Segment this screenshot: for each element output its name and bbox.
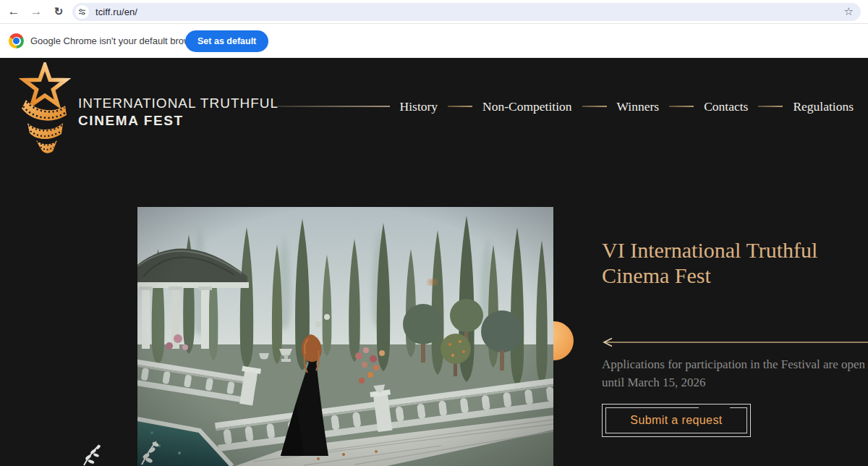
nav-item-regulations[interactable]: Regulations bbox=[793, 99, 854, 114]
festival-logo[interactable] bbox=[12, 62, 77, 153]
nav-item-non-competition[interactable]: Non-Competition bbox=[482, 99, 571, 114]
chrome-logo-center bbox=[13, 38, 20, 44]
submit-request-label: Submit a request bbox=[603, 404, 750, 436]
nav-divider-line bbox=[582, 106, 607, 107]
hero-title-line1: VI International Truthful bbox=[602, 237, 817, 263]
application-note-line2: until March 15, 2026 bbox=[602, 373, 865, 391]
nav-divider-line bbox=[758, 106, 783, 107]
nav-item-contacts[interactable]: Contacts bbox=[704, 99, 748, 114]
wordmark-line2: CINEMA FEST bbox=[78, 113, 278, 129]
browser-toolbar: ← → ↻ tciff.ru/en/ ☆ bbox=[0, 0, 868, 24]
hero-title-line2: Cinema Fest bbox=[602, 263, 817, 288]
nav-divider-line bbox=[277, 106, 390, 107]
hero-title: VI International Truthful Cinema Fest bbox=[602, 237, 817, 288]
nav-divider-line bbox=[669, 106, 694, 107]
star-icon bbox=[25, 65, 66, 104]
main-nav: History Non-Competition Winners Contacts… bbox=[277, 99, 854, 114]
wordmark-line1: INTERNATIONAL TRUTHFUL bbox=[78, 96, 278, 111]
nav-item-history[interactable]: History bbox=[400, 99, 438, 114]
hero-image bbox=[137, 207, 553, 466]
set-as-default-button[interactable]: Set as default bbox=[185, 30, 268, 52]
application-note-line1: Applications for participation in the Fe… bbox=[602, 355, 865, 373]
url-text[interactable]: tciff.ru/en/ bbox=[95, 7, 137, 17]
reload-icon[interactable]: ↻ bbox=[49, 2, 68, 21]
forward-icon[interactable]: → bbox=[27, 2, 46, 21]
banner-message: Google Chrome isn't your default browser bbox=[30, 35, 203, 46]
site-info-icon[interactable] bbox=[75, 5, 89, 19]
twig-decoration bbox=[80, 443, 103, 466]
page-content: INTERNATIONAL TRUTHFUL CINEMA FEST Histo… bbox=[0, 58, 868, 466]
back-icon[interactable]: ← bbox=[4, 2, 23, 21]
default-browser-banner: Google Chrome isn't your default browser… bbox=[0, 25, 868, 58]
application-note: Applications for participation in the Fe… bbox=[602, 355, 865, 391]
submit-request-button[interactable]: Submit a request bbox=[602, 404, 751, 437]
nav-divider-line bbox=[448, 106, 472, 107]
nav-item-winners[interactable]: Winners bbox=[617, 99, 660, 114]
site-wordmark[interactable]: INTERNATIONAL TRUTHFUL CINEMA FEST bbox=[78, 96, 278, 129]
tune-icon bbox=[78, 8, 86, 16]
prev-slide-arrow-icon[interactable] bbox=[602, 337, 868, 347]
chrome-logo-icon bbox=[9, 33, 24, 48]
browser-window: ← → ↻ tciff.ru/en/ ☆ Google Chrome isn't… bbox=[0, 0, 868, 466]
address-bar[interactable]: tciff.ru/en/ ☆ bbox=[72, 3, 861, 21]
bookmark-star-icon[interactable]: ☆ bbox=[844, 5, 854, 18]
